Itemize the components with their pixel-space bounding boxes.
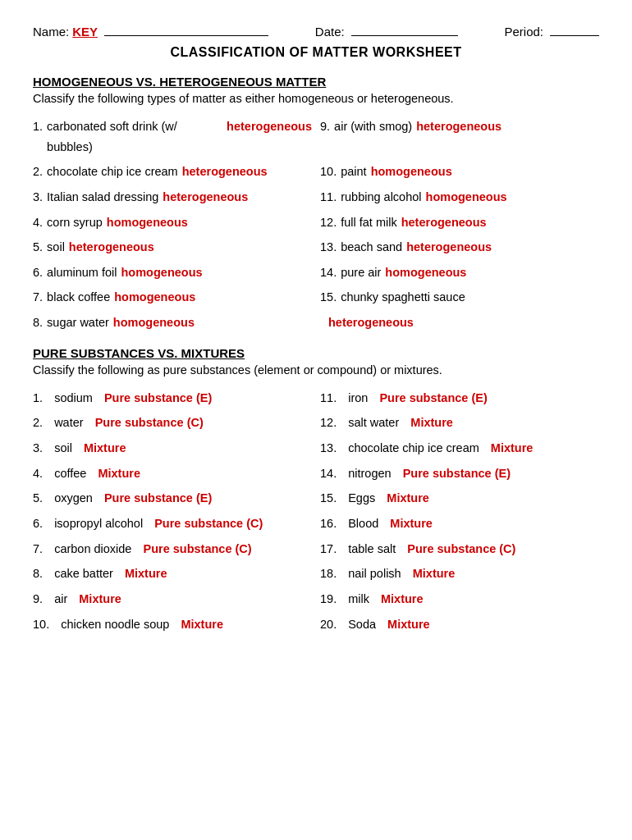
list-item: 12. salt water Mixture [320,413,599,433]
list-item: 14. pure air homogeneous [320,262,599,283]
item-text: aluminum foil [47,262,117,283]
item-text: air (with smog) [334,116,412,137]
item-answer: Pure substance (E) [104,488,212,509]
item-text: corn syrup [47,212,103,233]
item-answer: Pure substance (C) [95,413,204,433]
item-answer: heterogeneous [406,237,492,258]
item-num: 8. [33,313,43,333]
item-num: 10. [33,614,49,635]
item-text: cake batter [54,564,113,584]
item-answer: Mixture [387,488,429,509]
item-answer: homogeneous [385,262,466,283]
list-item: 6. aluminum foil homogeneous [33,262,312,283]
item-answer: Mixture [125,564,167,584]
item-answer: Pure substance (C) [143,539,251,559]
item-num: 17. [320,539,337,559]
date-field: Date: [315,25,458,39]
item-text: pure air [341,262,381,283]
header: Name: KEY Date: Period: [33,25,599,39]
list-item: 5. oxygen Pure substance (E) [33,488,312,509]
date-label: Date: [315,25,345,39]
item-num: 9. [33,589,43,609]
list-item: 11. iron Pure substance (E) [320,388,599,409]
list-item: 7. carbon dioxide Pure substance (C) [33,539,312,559]
item-num: 1. [33,388,43,409]
item-text: beach sand [341,237,402,258]
list-item: 9. air Mixture [33,589,312,609]
list-item: 10. paint homogeneous [320,162,599,182]
list-item: 14. nitrogen Pure substance (E) [320,463,599,484]
item-text: sodium [54,388,93,409]
list-item: 8. sugar water homogeneous [33,313,312,333]
item-num: 13. [320,237,337,258]
item-num: 2. [33,413,43,433]
item-num: 5. [33,488,43,509]
list-item: 7. black coffee homogeneous [33,287,312,308]
date-underline [351,35,458,36]
item-text: carbon dioxide [54,539,131,559]
list-item: 13. chocolate chip ice cream Mixture [320,438,599,459]
item-answer: heterogeneous [227,116,312,137]
list-item: 12. full fat milk heterogeneous [320,212,599,233]
list-item: 16. Blood Mixture [320,514,599,534]
list-item: 3. soil Mixture [33,438,312,459]
item-num: 12. [320,413,337,433]
item-answer: Mixture [413,564,456,584]
item-num: 11. [320,187,337,208]
item-answer: Mixture [381,589,424,609]
item-num: 4. [33,212,43,233]
item-text: iron [348,388,368,409]
item-text: chocolate chip ice cream [47,162,178,182]
item-text: isopropyl alcohol [54,514,143,534]
item-num: 7. [33,287,43,308]
name-value: KEY [72,25,98,39]
item-answer: Pure substance (C) [154,514,263,534]
item-text: sugar water [47,313,109,333]
item-answer: Pure substance (E) [104,388,212,409]
item-num: 14. [320,463,337,484]
list-item: 13. beach sand heterogeneous [320,237,599,258]
item-text: chicken noodle soup [61,614,169,635]
item-num: 7. [33,539,43,559]
item-text: Blood [348,514,378,534]
list-item: 8. cake batter Mixture [33,564,312,584]
list-item: 18. nail polish Mixture [320,564,599,584]
list-item: 2. water Pure substance (C) [33,413,312,433]
list-item: 6. isopropyl alcohol Pure substance (C) [33,514,312,534]
item-num: 20. [320,614,337,635]
item-num: 6. [33,262,43,283]
item-num: 5. [33,237,43,258]
list-item: 3. Italian salad dressing heterogeneous [33,187,312,208]
list-item: 1. carbonated soft drink (w/ bubbles) he… [33,116,312,157]
item-text: air [54,589,67,609]
item-text: salt water [348,413,399,433]
name-field: Name: KEY [33,25,268,39]
item-num: 9. [320,116,330,137]
item-text: soil [47,237,65,258]
list-item: 4. corn syrup homogeneous [33,212,312,233]
list-item: 15. Eggs Mixture [320,488,599,509]
section1-grid: 1. carbonated soft drink (w/ bubbles) he… [33,116,599,333]
item-num: 15. [320,488,337,509]
item-answer: heterogeneous [401,212,487,233]
item-answer: Mixture [84,438,126,459]
item-text: nail polish [348,564,401,584]
item-num: 11. [320,388,337,409]
item-text: black coffee [47,287,110,308]
period-underline [550,35,599,36]
item-text: oxygen [54,488,93,509]
section2-grid: 1. sodium Pure substance (E)11. iron Pur… [33,388,599,634]
list-item: 5. soil heterogeneous [33,237,312,258]
item-text: Eggs [348,488,375,509]
item-text: milk [348,589,369,609]
item-text: table salt [348,539,396,559]
item-text: Soda [348,614,376,635]
item-answer: homogeneous [113,313,195,333]
list-item: 11. rubbing alcohol homogeneous [320,187,599,208]
item-num: 6. [33,514,43,534]
section1-desc: Classify the following types of matter a… [33,92,599,105]
item-answer: Mixture [79,589,121,609]
item-answer: heterogeneous [69,237,154,258]
item-num: 3. [33,438,43,459]
item-answer: Mixture [387,614,430,635]
